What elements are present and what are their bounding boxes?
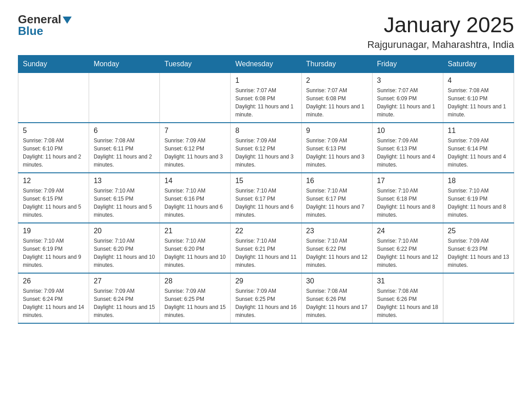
calendar-cell: 22Sunrise: 7:10 AM Sunset: 6:21 PM Dayli…: [231, 223, 301, 273]
day-number: 17: [377, 177, 438, 185]
day-info: Sunrise: 7:10 AM Sunset: 6:22 PM Dayligh…: [306, 237, 368, 269]
day-info: Sunrise: 7:09 AM Sunset: 6:25 PM Dayligh…: [164, 287, 226, 319]
calendar-cell: 31Sunrise: 7:08 AM Sunset: 6:26 PM Dayli…: [372, 273, 443, 323]
calendar-cell: 14Sunrise: 7:10 AM Sunset: 6:16 PM Dayli…: [160, 173, 231, 223]
calendar-cell: 29Sunrise: 7:09 AM Sunset: 6:25 PM Dayli…: [231, 273, 301, 323]
day-info: Sunrise: 7:09 AM Sunset: 6:24 PM Dayligh…: [94, 287, 155, 319]
calendar-cell: 23Sunrise: 7:10 AM Sunset: 6:22 PM Dayli…: [301, 223, 372, 273]
day-number: 28: [164, 277, 226, 285]
calendar-cell: 20Sunrise: 7:10 AM Sunset: 6:20 PM Dayli…: [89, 223, 160, 273]
calendar-cell: 2Sunrise: 7:07 AM Sunset: 6:08 PM Daylig…: [301, 73, 372, 123]
calendar-week-row: 26Sunrise: 7:09 AM Sunset: 6:24 PM Dayli…: [18, 273, 514, 323]
day-number: 19: [23, 227, 84, 235]
day-number: 4: [448, 77, 509, 85]
logo-triangle-icon: [63, 17, 72, 24]
day-number: 30: [306, 277, 368, 285]
day-number: 11: [448, 127, 509, 135]
day-number: 20: [94, 227, 155, 235]
calendar-week-row: 5Sunrise: 7:08 AM Sunset: 6:10 PM Daylig…: [18, 123, 514, 173]
day-number: 27: [94, 277, 155, 285]
day-number: 12: [23, 177, 84, 185]
calendar-cell: 24Sunrise: 7:10 AM Sunset: 6:22 PM Dayli…: [372, 223, 443, 273]
day-info: Sunrise: 7:09 AM Sunset: 6:23 PM Dayligh…: [448, 237, 509, 269]
day-info: Sunrise: 7:10 AM Sunset: 6:19 PM Dayligh…: [448, 187, 509, 219]
calendar-cell: [89, 73, 160, 123]
calendar-cell: 26Sunrise: 7:09 AM Sunset: 6:24 PM Dayli…: [18, 273, 89, 323]
day-info: Sunrise: 7:10 AM Sunset: 6:17 PM Dayligh…: [235, 187, 296, 219]
day-info: Sunrise: 7:09 AM Sunset: 6:12 PM Dayligh…: [235, 137, 296, 169]
day-number: 9: [306, 127, 368, 135]
calendar-week-row: 1Sunrise: 7:07 AM Sunset: 6:08 PM Daylig…: [18, 73, 514, 123]
day-info: Sunrise: 7:08 AM Sunset: 6:26 PM Dayligh…: [306, 287, 368, 319]
day-number: 10: [377, 127, 438, 135]
day-number: 8: [235, 127, 296, 135]
day-info: Sunrise: 7:10 AM Sunset: 6:18 PM Dayligh…: [377, 187, 438, 219]
page-header: General Blue January 2025 Rajgurunagar, …: [18, 13, 514, 51]
day-info: Sunrise: 7:10 AM Sunset: 6:17 PM Dayligh…: [306, 187, 368, 219]
calendar-body: 1Sunrise: 7:07 AM Sunset: 6:08 PM Daylig…: [18, 73, 514, 323]
day-info: Sunrise: 7:07 AM Sunset: 6:08 PM Dayligh…: [235, 86, 296, 119]
day-info: Sunrise: 7:10 AM Sunset: 6:21 PM Dayligh…: [235, 237, 296, 269]
logo-blue-text: Blue: [18, 24, 43, 38]
weekday-header-tuesday: Tuesday: [160, 55, 231, 73]
calendar-cell: 6Sunrise: 7:08 AM Sunset: 6:11 PM Daylig…: [89, 123, 160, 173]
calendar-header: SundayMondayTuesdayWednesdayThursdayFrid…: [18, 55, 514, 73]
day-info: Sunrise: 7:10 AM Sunset: 6:15 PM Dayligh…: [94, 187, 155, 219]
calendar-cell: 3Sunrise: 7:07 AM Sunset: 6:09 PM Daylig…: [372, 73, 443, 123]
calendar-cell: 27Sunrise: 7:09 AM Sunset: 6:24 PM Dayli…: [89, 273, 160, 323]
calendar-cell: 5Sunrise: 7:08 AM Sunset: 6:10 PM Daylig…: [18, 123, 89, 173]
day-number: 18: [448, 177, 509, 185]
day-number: 23: [306, 227, 368, 235]
day-info: Sunrise: 7:09 AM Sunset: 6:14 PM Dayligh…: [448, 137, 509, 169]
calendar-cell: 8Sunrise: 7:09 AM Sunset: 6:12 PM Daylig…: [231, 123, 301, 173]
calendar-cell: 12Sunrise: 7:09 AM Sunset: 6:15 PM Dayli…: [18, 173, 89, 223]
calendar-table: SundayMondayTuesdayWednesdayThursdayFrid…: [18, 55, 514, 324]
day-info: Sunrise: 7:09 AM Sunset: 6:13 PM Dayligh…: [377, 137, 438, 169]
day-info: Sunrise: 7:09 AM Sunset: 6:24 PM Dayligh…: [23, 287, 84, 319]
calendar-cell: 9Sunrise: 7:09 AM Sunset: 6:13 PM Daylig…: [301, 123, 372, 173]
title-block: January 2025 Rajgurunagar, Maharashtra, …: [367, 13, 514, 51]
day-info: Sunrise: 7:07 AM Sunset: 6:08 PM Dayligh…: [306, 86, 368, 119]
calendar-cell: [160, 73, 231, 123]
calendar-cell: 19Sunrise: 7:10 AM Sunset: 6:19 PM Dayli…: [18, 223, 89, 273]
day-info: Sunrise: 7:10 AM Sunset: 6:22 PM Dayligh…: [377, 237, 438, 269]
day-info: Sunrise: 7:10 AM Sunset: 6:20 PM Dayligh…: [164, 237, 226, 269]
calendar-cell: 21Sunrise: 7:10 AM Sunset: 6:20 PM Dayli…: [160, 223, 231, 273]
day-number: 31: [377, 277, 438, 285]
day-number: 1: [235, 77, 296, 85]
day-info: Sunrise: 7:07 AM Sunset: 6:09 PM Dayligh…: [377, 86, 438, 119]
day-number: 24: [377, 227, 438, 235]
calendar-cell: 1Sunrise: 7:07 AM Sunset: 6:08 PM Daylig…: [231, 73, 301, 123]
weekday-header-row: SundayMondayTuesdayWednesdayThursdayFrid…: [18, 55, 514, 73]
day-number: 21: [164, 227, 226, 235]
calendar-subtitle: Rajgurunagar, Maharashtra, India: [367, 39, 514, 51]
calendar-cell: 30Sunrise: 7:08 AM Sunset: 6:26 PM Dayli…: [301, 273, 372, 323]
weekday-header-saturday: Saturday: [443, 55, 514, 73]
day-number: 3: [377, 77, 438, 85]
day-info: Sunrise: 7:09 AM Sunset: 6:15 PM Dayligh…: [23, 187, 84, 219]
day-number: 2: [306, 77, 368, 85]
calendar-cell: 28Sunrise: 7:09 AM Sunset: 6:25 PM Dayli…: [160, 273, 231, 323]
calendar-title: January 2025: [367, 13, 514, 37]
day-info: Sunrise: 7:09 AM Sunset: 6:13 PM Dayligh…: [306, 137, 368, 169]
weekday-header-friday: Friday: [372, 55, 443, 73]
weekday-header-monday: Monday: [89, 55, 160, 73]
logo-general-text: General: [18, 13, 61, 25]
day-number: 5: [23, 127, 84, 135]
day-info: Sunrise: 7:09 AM Sunset: 6:12 PM Dayligh…: [164, 137, 226, 169]
calendar-cell: 10Sunrise: 7:09 AM Sunset: 6:13 PM Dayli…: [372, 123, 443, 173]
day-info: Sunrise: 7:10 AM Sunset: 6:19 PM Dayligh…: [23, 237, 84, 269]
calendar-week-row: 19Sunrise: 7:10 AM Sunset: 6:19 PM Dayli…: [18, 223, 514, 273]
calendar-cell: 18Sunrise: 7:10 AM Sunset: 6:19 PM Dayli…: [443, 173, 514, 223]
day-number: 16: [306, 177, 368, 185]
calendar-cell: [18, 73, 89, 123]
calendar-cell: 4Sunrise: 7:08 AM Sunset: 6:10 PM Daylig…: [443, 73, 514, 123]
calendar-cell: 13Sunrise: 7:10 AM Sunset: 6:15 PM Dayli…: [89, 173, 160, 223]
day-info: Sunrise: 7:08 AM Sunset: 6:10 PM Dayligh…: [448, 86, 509, 119]
day-number: 14: [164, 177, 226, 185]
calendar-cell: 25Sunrise: 7:09 AM Sunset: 6:23 PM Dayli…: [443, 223, 514, 273]
day-info: Sunrise: 7:08 AM Sunset: 6:11 PM Dayligh…: [94, 137, 155, 169]
calendar-cell: 7Sunrise: 7:09 AM Sunset: 6:12 PM Daylig…: [160, 123, 231, 173]
day-info: Sunrise: 7:08 AM Sunset: 6:26 PM Dayligh…: [377, 287, 438, 319]
day-number: 29: [235, 277, 296, 285]
